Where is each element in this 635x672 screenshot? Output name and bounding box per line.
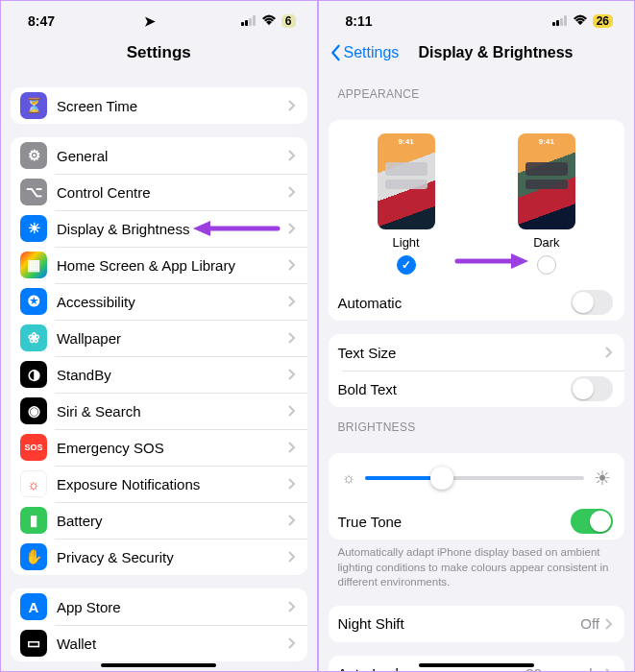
group-general: ⚙General⌥Control Centre☀Display & Bright… — [11, 137, 307, 575]
chevron-icon — [288, 186, 296, 198]
signal-icon — [241, 13, 256, 29]
row-label: Accessibility — [57, 294, 288, 310]
display-settings[interactable]: APPEARANCE Light Dark Automatic — [319, 74, 635, 671]
true-tone-row[interactable]: True Tone — [329, 503, 625, 540]
sos-icon: SOS — [20, 434, 47, 461]
chevron-icon — [288, 259, 296, 271]
settings-row-accessibility[interactable]: ✪Accessibility — [11, 283, 307, 320]
signal-icon — [552, 13, 568, 29]
dark-label: Dark — [533, 235, 559, 250]
page-title: Settings — [127, 43, 191, 62]
chevron-icon — [288, 442, 296, 453]
nightshift-group: Night Shift Off — [329, 606, 625, 642]
chevron-icon — [288, 332, 296, 344]
night-shift-value: Off — [580, 615, 599, 632]
back-button[interactable]: Settings — [329, 44, 400, 61]
group-screentime: ⏳Screen Time — [11, 87, 307, 124]
svg-rect-0 — [241, 22, 244, 26]
group-store: AApp Store▭Wallet — [11, 588, 307, 661]
settings-row-home-screen-app-library[interactable]: ▦Home Screen & App Library — [11, 247, 307, 283]
standby-icon: ◑ — [20, 361, 47, 388]
appearance-dark-option[interactable]: Dark — [518, 133, 575, 275]
display-brightness-screen: 8:11 26 Settings Display & Brightness AP… — [318, 0, 636, 672]
settings-row-emergency-sos[interactable]: SOSEmergency SOS — [11, 429, 307, 466]
sun-large-icon: ☀ — [594, 467, 611, 490]
settings-row-wallet[interactable]: ▭Wallet — [11, 625, 307, 661]
settings-row-standby[interactable]: ◑StandBy — [11, 356, 307, 393]
text-group: Text Size Bold Text — [329, 334, 625, 407]
chevron-icon — [288, 369, 296, 380]
chevron-icon — [288, 405, 296, 417]
nav-header: Settings — [1, 36, 317, 74]
chevron-icon — [288, 601, 296, 612]
dark-radio[interactable] — [537, 255, 556, 275]
nav-header: Settings Display & Brightness — [319, 36, 635, 74]
hourglass-icon: ⏳ — [20, 92, 47, 119]
settings-row-privacy-security[interactable]: ✋Privacy & Security — [11, 539, 307, 575]
settings-row-general[interactable]: ⚙General — [11, 137, 307, 174]
status-time: 8:11 — [346, 13, 373, 29]
exposure-icon: ☼ — [20, 470, 47, 497]
automatic-row[interactable]: Automatic — [329, 284, 625, 321]
row-label: Control Centre — [57, 184, 288, 201]
automatic-toggle[interactable] — [571, 290, 613, 315]
brightness-slider[interactable] — [365, 476, 584, 480]
bold-text-toggle[interactable] — [571, 376, 613, 401]
brightness-slider-row: ☼ ☀ — [329, 453, 625, 503]
toggles-icon: ⌥ — [20, 179, 47, 205]
auto-lock-value: 30 seconds — [525, 665, 599, 671]
status-bar: 8:47 ➤ 6 — [1, 1, 317, 36]
chevron-icon — [605, 668, 613, 671]
section-header-brightness: BRIGHTNESS — [319, 407, 635, 440]
true-tone-toggle[interactable] — [571, 509, 613, 534]
row-label: Siri & Search — [57, 403, 288, 420]
settings-row-display-brightness[interactable]: ☀Display & Brightness — [11, 210, 307, 247]
night-shift-row[interactable]: Night Shift Off — [329, 606, 625, 642]
settings-row-siri-search[interactable]: ◉Siri & Search — [11, 393, 307, 429]
status-bar: 8:11 26 — [319, 1, 635, 36]
home-indicator[interactable] — [101, 663, 216, 667]
svg-rect-6 — [552, 22, 555, 26]
flower-icon: ❀ — [20, 324, 47, 351]
automatic-label: Automatic — [338, 295, 572, 311]
chevron-icon — [288, 515, 296, 526]
settings-row-exposure-notifications[interactable]: ☼Exposure Notifications — [11, 466, 307, 502]
night-shift-label: Night Shift — [338, 615, 581, 632]
row-label: Wallet — [57, 636, 288, 652]
location-icon: ➤ — [144, 13, 156, 29]
settings-row-app-store[interactable]: AApp Store — [11, 588, 307, 625]
row-label: App Store — [57, 599, 288, 615]
settings-row-wallpaper[interactable]: ❀Wallpaper — [11, 320, 307, 356]
accessibility-icon: ✪ — [20, 288, 47, 315]
svg-rect-9 — [564, 15, 567, 26]
row-label: Battery — [57, 513, 288, 529]
chevron-icon — [288, 100, 296, 111]
home-indicator[interactable] — [419, 663, 534, 667]
svg-rect-8 — [560, 18, 563, 26]
bold-text-row[interactable]: Bold Text — [329, 371, 625, 407]
settings-row-screen-time[interactable]: ⏳Screen Time — [11, 87, 307, 124]
appearance-light-option[interactable]: Light — [378, 133, 435, 275]
chevron-icon — [605, 618, 613, 630]
appearance-picker: Light Dark — [329, 120, 625, 284]
wifi-icon — [261, 13, 277, 29]
sun-small-icon: ☼ — [342, 469, 356, 487]
true-tone-label: True Tone — [338, 514, 572, 530]
settings-row-control-centre[interactable]: ⌥Control Centre — [11, 174, 307, 210]
svg-rect-1 — [245, 20, 248, 26]
row-label: Exposure Notifications — [57, 476, 288, 492]
back-label: Settings — [344, 44, 400, 61]
row-label: StandBy — [57, 367, 288, 383]
brightness-group: ☼ ☀ True Tone — [329, 453, 625, 540]
settings-list[interactable]: ⏳Screen Time ⚙General⌥Control Centre☀Dis… — [1, 74, 317, 671]
settings-row-battery[interactable]: ▮Battery — [11, 502, 307, 539]
svg-rect-2 — [249, 18, 252, 26]
dark-preview — [518, 133, 575, 229]
row-label: Emergency SOS — [57, 440, 288, 456]
light-radio[interactable] — [397, 255, 416, 275]
row-label: Home Screen & App Library — [57, 257, 288, 274]
chevron-icon — [288, 223, 296, 234]
battery-icon: ▮ — [20, 507, 47, 534]
text-size-row[interactable]: Text Size — [329, 334, 625, 371]
brightness-icon: ☀ — [20, 215, 47, 242]
